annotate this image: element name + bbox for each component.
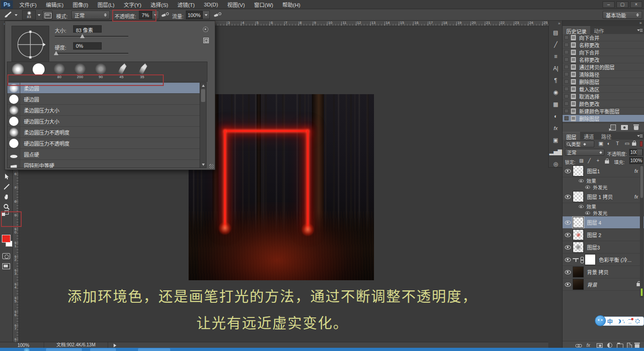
new-document-from-state-icon[interactable]: [610, 125, 616, 130]
character-panel-icon[interactable]: A|: [551, 64, 561, 73]
layer-visibility-cell[interactable]: [563, 258, 573, 262]
filter-toggle-switch[interactable]: [640, 141, 643, 147]
hand-tool[interactable]: [2, 192, 11, 201]
clone-source-icon[interactable]: ▤: [551, 28, 561, 37]
menu-item[interactable]: 3D(D): [199, 0, 223, 9]
layer-row[interactable]: 背景: [563, 278, 644, 291]
menu-item[interactable]: 窗口(W): [249, 0, 278, 9]
layer-visibility-cell[interactable]: [563, 270, 573, 274]
size-slider-knob[interactable]: [80, 34, 85, 38]
styles-panel-icon[interactable]: fx: [551, 124, 561, 133]
adjustments-panel-icon[interactable]: ◐: [551, 112, 561, 121]
tab-layers[interactable]: 图层: [563, 132, 580, 140]
taskbar-button[interactable]: [46, 348, 82, 351]
brush-list-scrollbar[interactable]: [200, 82, 207, 168]
scrollbar-thumb[interactable]: [201, 89, 205, 102]
layer-thumbnail[interactable]: [585, 254, 596, 265]
brush-preset-item[interactable]: 柔边圆压力不透明度: [7, 127, 200, 138]
brush-preset-item[interactable]: 园钝形中等硬: [7, 160, 200, 168]
hardness-slider-knob[interactable]: [54, 51, 58, 55]
layer-name[interactable]: 图层 1 拷贝: [587, 193, 613, 200]
layer-thumbnail[interactable]: [573, 266, 584, 277]
layer-comps-panel-icon[interactable]: ▣: [551, 136, 561, 145]
layer-row[interactable]: 色彩平衡 (冷...: [563, 254, 644, 266]
tab-channels[interactable]: 通道: [580, 132, 598, 140]
default-swap-colors-icon[interactable]: [2, 210, 9, 216]
layer-name[interactable]: 背景: [587, 281, 597, 288]
status-options-arrow-icon[interactable]: [114, 344, 116, 347]
eye-icon[interactable]: [579, 179, 583, 182]
brush-panel-icon[interactable]: ╱: [551, 40, 561, 49]
eye-icon[interactable]: [565, 245, 571, 249]
history-source-checkbox[interactable]: [564, 79, 569, 84]
ime-chinese-mode-icon[interactable]: 中: [607, 317, 613, 325]
layer-visibility-cell[interactable]: [563, 169, 573, 173]
menu-item[interactable]: 滤镜(T): [173, 0, 200, 9]
filter-icon[interactable]: ◐: [607, 141, 610, 146]
history-item[interactable]: 向下合并: [563, 34, 644, 41]
eye-icon[interactable]: [565, 233, 571, 237]
layer-row[interactable]: 图层 4: [563, 216, 644, 229]
layer-row[interactable]: 图层 2: [563, 229, 644, 241]
history-item[interactable]: 新建颜色平衡图层: [563, 108, 644, 115]
layer-name[interactable]: 色彩平衡 (冷...: [599, 256, 632, 263]
brush-preset-item[interactable]: 柔边圆压力大小: [7, 105, 200, 116]
toggle-brush-panel-button[interactable]: [42, 11, 52, 19]
eye-icon[interactable]: [585, 211, 590, 215]
history-source-checkbox[interactable]: [564, 65, 569, 69]
tab-paths[interactable]: 路径: [598, 132, 615, 140]
layer-visibility-cell[interactable]: [563, 221, 573, 225]
histogram-panel-icon[interactable]: ▂▅▇: [551, 147, 561, 157]
history-item[interactable]: 清除路径: [563, 71, 644, 78]
ime-settings-icon[interactable]: [635, 319, 640, 323]
layer-name[interactable]: 图层 2: [587, 231, 601, 238]
eye-icon[interactable]: [565, 283, 571, 287]
brush-preset-item[interactable]: 硬边圆: [7, 94, 200, 105]
history-item[interactable]: 删除图层: [563, 115, 644, 122]
menu-item[interactable]: 编辑(E): [41, 0, 68, 9]
scroll-up-icon[interactable]: [202, 85, 205, 87]
layer-opacity-dropdown[interactable]: [637, 149, 643, 156]
menu-item[interactable]: 文字(Y): [119, 0, 146, 9]
menu-item[interactable]: 文件(F): [15, 0, 41, 9]
layer-visibility-cell[interactable]: [563, 283, 573, 287]
brush-thumbnail[interactable]: 35: [133, 63, 151, 79]
lock-icon[interactable]: ╱: [588, 158, 591, 163]
brush-preset-item[interactable]: 硬边圆压力不透明度: [7, 138, 200, 149]
layers-scrollbar[interactable]: [640, 165, 644, 298]
airbrush-icon[interactable]: [161, 12, 168, 18]
line-tool[interactable]: [2, 182, 11, 191]
brush-presets-icon[interactable]: ≡: [551, 52, 561, 61]
hardness-field[interactable]: 0%: [73, 42, 102, 50]
history-item[interactable]: 取消选择: [563, 93, 644, 100]
layer-thumbnail[interactable]: [573, 191, 584, 202]
layer-filter-type-dropdown[interactable]: 类型: [565, 141, 594, 147]
history-panel-menu-icon[interactable]: [637, 28, 643, 32]
info-panel-icon[interactable]: ◎: [551, 159, 561, 169]
layer-name[interactable]: 图层3: [587, 243, 600, 251]
eye-icon[interactable]: [565, 169, 571, 173]
new-snapshot-icon[interactable]: [621, 125, 628, 130]
menu-item[interactable]: 视图(V): [223, 0, 249, 9]
layer-row[interactable]: 图层3: [563, 241, 644, 254]
eye-icon[interactable]: [585, 186, 590, 189]
ime-mascot-icon[interactable]: [595, 315, 606, 326]
brush-preset-preview[interactable]: 83: [22, 10, 36, 20]
resize-grip-icon[interactable]: [209, 164, 214, 169]
gear-icon[interactable]: [203, 27, 208, 32]
brush-preset-item[interactable]: 硬边圆压力大小: [7, 116, 200, 127]
layer-effects-row[interactable]: 效果: [563, 203, 644, 209]
brush-tool-icon[interactable]: [4, 11, 16, 19]
quick-mask-button[interactable]: [2, 253, 10, 259]
layer-row[interactable]: 图层1fx: [563, 165, 644, 177]
ime-fullwidth-icon[interactable]: [615, 319, 620, 323]
layer-thumbnail[interactable]: [573, 279, 584, 290]
history-source-checkbox[interactable]: [564, 50, 569, 54]
history-source-checkbox[interactable]: [564, 87, 569, 91]
layer-visibility-cell[interactable]: [563, 245, 573, 249]
size-slider[interactable]: [55, 36, 128, 37]
tab-history[interactable]: 历史记录: [563, 26, 590, 34]
layer-thumbnail[interactable]: [573, 242, 584, 253]
eye-icon[interactable]: [565, 195, 571, 199]
menu-item[interactable]: 帮助(H): [278, 0, 305, 9]
